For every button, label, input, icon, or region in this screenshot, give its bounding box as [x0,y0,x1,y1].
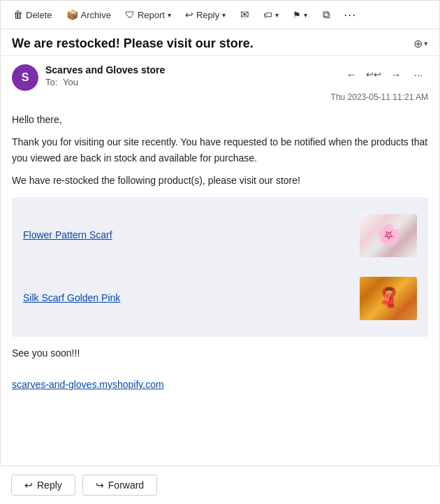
forward-bottom-button[interactable]: ↪ Forward [82,475,157,496]
reply-button[interactable]: ↩ Reply ▾ [179,6,231,23]
archive-icon: 📦 [66,9,78,20]
email-actions: ← ↩↩ → ··· [342,64,428,84]
email-more-button[interactable]: ··· [409,64,428,84]
more-icon: ··· [344,8,356,22]
forward-arrow-icon: → [391,69,402,80]
email-timestamp: Thu 2023-05-11 11:21 AM [331,92,428,102]
reply-all-button[interactable]: ↩↩ [364,64,383,84]
product-link-2[interactable]: Silk Scarf Golden Pink [23,290,349,305]
flag-button[interactable]: ⚑ ▾ [287,7,313,23]
toolbar: 🗑 Delete 📦 Archive 🛡 Report ▾ ↩ Reply ▾ … [1,1,439,29]
forward-bottom-label: Forward [108,480,144,491]
greeting: Hello there, [12,112,428,127]
reply-bottom-icon: ↩ [24,480,33,491]
reply-single-icon: ← [346,69,357,80]
sender-to: To: You [45,77,165,87]
forward-bottom-icon: ↪ [96,480,104,491]
product-link-1[interactable]: Flower Pattern Scarf [23,227,349,243]
tag-button[interactable]: 🏷 ▾ [258,7,284,23]
reply-bottom-button[interactable]: ↩ Reply [11,475,75,496]
reply-all-icon: ↩↩ [366,69,381,80]
to-label: To: [45,77,57,87]
reply-single-button[interactable]: ← [342,64,361,84]
product-image-1 [360,214,417,257]
subject-text: We are restocked! Please visit our store… [12,36,254,51]
mail-icon: ✉ [240,8,249,21]
action-bar: ↩ Reply ↪ Forward [0,466,440,504]
mail-icon-button[interactable]: ✉ [234,5,255,24]
email-more-icon: ··· [414,69,423,80]
subject-bar: We are restocked! Please visit our store… [1,29,439,56]
para2: We have re-stocked the following product… [12,173,428,188]
report-icon: 🛡 [125,9,135,20]
spacer [1,401,439,443]
product-row-2: Silk Scarf Golden Pink [23,267,417,330]
closing-text: See you soon!!! [12,345,428,361]
report-chevron-icon: ▾ [168,11,171,19]
store-link[interactable]: scarves-and-gloves.myshopify.com [1,379,439,390]
products-section: Flower Pattern Scarf Silk Scarf Golden P… [12,197,428,337]
archive-button[interactable]: 📦 Archive [61,6,117,23]
zoom-button[interactable]: ⊕ ▾ [413,37,428,50]
sender-name: Scarves and Gloves store [45,64,165,75]
flag-chevron-icon: ▾ [304,11,307,19]
sender-info: S Scarves and Gloves store To: You [12,64,165,91]
delete-icon: 🗑 [13,9,23,20]
tag-chevron-icon: ▾ [275,11,279,19]
zoom-chevron-icon: ▾ [424,39,428,48]
email-body: Hello there, Thank you for visiting our … [1,108,439,379]
sender-details: Scarves and Gloves store To: You [45,64,165,87]
archive-label: Archive [81,10,111,20]
tag-icon: 🏷 [263,10,272,20]
avatar: S [12,64,38,91]
copy-button[interactable]: ⧉ [316,5,337,24]
copy-icon: ⧉ [323,8,330,21]
reply-chevron-icon: ▾ [222,11,226,19]
email-meta: ← ↩↩ → ··· Thu 2023-05-11 11:21 AM [331,64,428,102]
zoom-icon: ⊕ [413,37,423,50]
product-row-1: Flower Pattern Scarf [23,204,417,267]
reply-icon: ↩ [185,9,193,20]
report-button[interactable]: 🛡 Report ▾ [119,6,177,23]
report-label: Report [138,10,165,20]
para1: Thank you for visiting our site recently… [12,134,428,166]
reply-bottom-label: Reply [37,480,62,491]
product-image-2 [360,277,417,320]
more-button[interactable]: ··· [339,5,360,24]
flag-icon: ⚑ [293,10,301,20]
forward-arrow-button[interactable]: → [386,64,406,84]
delete-button[interactable]: 🗑 Delete [8,6,58,23]
delete-label: Delete [26,10,52,20]
to-value: You [63,77,78,87]
reply-label: Reply [196,10,219,20]
email-header: S Scarves and Gloves store To: You ← ↩↩ … [1,56,439,108]
